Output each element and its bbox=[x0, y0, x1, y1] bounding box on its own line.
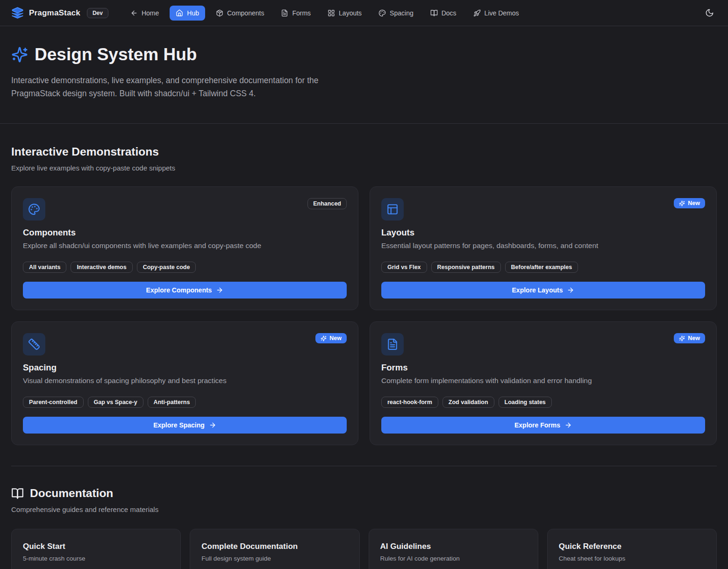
doc-card-subtitle: Rules for AI code generation bbox=[380, 555, 527, 562]
page-subtitle: Interactive demonstrations, live example… bbox=[11, 74, 361, 100]
explore-components-button[interactable]: Explore Components bbox=[23, 282, 347, 299]
file-text-icon bbox=[281, 9, 288, 17]
card-description: Essential layout patterns for pages, das… bbox=[381, 242, 705, 250]
doc-card-title: Complete Documentation bbox=[201, 542, 348, 551]
tag: Loading states bbox=[499, 397, 552, 408]
tag: Before/after examples bbox=[505, 262, 578, 273]
file-text-icon bbox=[381, 333, 404, 356]
tag: Copy-paste code bbox=[137, 262, 196, 273]
layout-grid-icon bbox=[328, 9, 335, 17]
demos-heading: Interactive Demonstrations bbox=[11, 145, 717, 158]
book-open-icon bbox=[11, 487, 24, 500]
nav-item-components[interactable]: Components bbox=[210, 6, 270, 21]
status-badge: Enhanced bbox=[307, 198, 347, 209]
demo-card-spacing: New Spacing Visual demonstrations of spa… bbox=[11, 321, 358, 445]
card-title: Spacing bbox=[23, 363, 347, 373]
demo-card-forms: New Forms Complete form implementations … bbox=[370, 321, 717, 445]
arrow-left-icon bbox=[130, 9, 138, 17]
house-icon bbox=[176, 9, 183, 17]
doc-card-title: AI Guidelines bbox=[380, 542, 527, 551]
nav-item-home[interactable]: Home bbox=[124, 6, 165, 21]
rocket-icon bbox=[473, 9, 481, 17]
nav-item-spacing[interactable]: Spacing bbox=[372, 6, 420, 21]
nav-menu: Home Hub Components Forms Layouts Spacin… bbox=[124, 6, 525, 21]
tag: All variants bbox=[23, 262, 66, 273]
tag: Parent-controlled bbox=[23, 397, 84, 408]
tag-list: Parent-controlled Gap vs Space-y Anti-pa… bbox=[23, 397, 347, 408]
sparkles-icon bbox=[679, 200, 685, 206]
doc-card-grid: Quick Start 5-minute crash course Comple… bbox=[11, 529, 717, 569]
nav-item-hub[interactable]: Hub bbox=[170, 6, 205, 21]
doc-card-title: Quick Start bbox=[23, 542, 169, 551]
tag: Zod validation bbox=[443, 397, 494, 408]
sparkles-icon bbox=[321, 335, 327, 341]
ruler-icon bbox=[23, 333, 45, 356]
card-description: Complete form implementations with valid… bbox=[381, 377, 705, 385]
tag: Interactive demos bbox=[71, 262, 132, 273]
card-description: Visual demonstrations of spacing philoso… bbox=[23, 377, 347, 385]
panels-top-left-icon bbox=[381, 198, 404, 220]
nav-item-docs[interactable]: Docs bbox=[424, 6, 463, 21]
doc-card-subtitle: Cheat sheet for lookups bbox=[559, 555, 705, 562]
new-badge: New bbox=[315, 333, 347, 343]
new-badge: New bbox=[674, 198, 705, 208]
moon-icon bbox=[705, 8, 714, 17]
demos-section: Interactive Demonstrations Explore live … bbox=[11, 124, 717, 445]
explore-layouts-button[interactable]: Explore Layouts bbox=[381, 282, 705, 299]
nav-item-layouts[interactable]: Layouts bbox=[321, 6, 368, 21]
nav-item-live-demos[interactable]: Live Demos bbox=[467, 6, 525, 21]
arrow-right-icon bbox=[209, 421, 216, 429]
tag: Responsive patterns bbox=[431, 262, 501, 273]
theme-toggle-button[interactable] bbox=[702, 6, 717, 20]
explore-forms-button[interactable]: Explore Forms bbox=[381, 417, 705, 434]
demo-card-components: Enhanced Components Explore all shadcn/u… bbox=[11, 186, 358, 310]
demo-card-grid: Enhanced Components Explore all shadcn/u… bbox=[11, 186, 717, 445]
demos-subheading: Explore live examples with copy-paste co… bbox=[11, 164, 717, 172]
nav-item-forms[interactable]: Forms bbox=[275, 6, 317, 21]
brand: PragmaStack Dev bbox=[11, 7, 108, 19]
doc-card-subtitle: Full design system guide bbox=[201, 555, 348, 562]
package-icon bbox=[216, 9, 223, 17]
tag: Grid vs Flex bbox=[381, 262, 427, 273]
page-title-row: Design System Hub bbox=[11, 45, 717, 64]
palette-icon bbox=[23, 198, 45, 220]
tag: react-hook-form bbox=[381, 397, 438, 408]
arrow-right-icon bbox=[564, 421, 572, 429]
demo-card-layouts: New Layouts Essential layout patterns fo… bbox=[370, 186, 717, 310]
tag: Gap vs Space-y bbox=[88, 397, 143, 408]
docs-section: Documentation Comprehensive guides and r… bbox=[11, 466, 717, 569]
arrow-right-icon bbox=[216, 286, 223, 294]
layers-icon bbox=[11, 7, 24, 19]
doc-card-title: Quick Reference bbox=[559, 542, 705, 551]
card-title: Components bbox=[23, 228, 347, 238]
tag-list: Grid vs Flex Responsive patterns Before/… bbox=[381, 262, 705, 273]
dev-badge: Dev bbox=[87, 8, 108, 18]
navbar: PragmaStack Dev Home Hub Components Form… bbox=[0, 0, 728, 26]
book-open-icon bbox=[430, 9, 438, 17]
docs-subheading: Comprehensive guides and reference mater… bbox=[11, 505, 717, 513]
doc-card-quick-start[interactable]: Quick Start 5-minute crash course bbox=[11, 529, 181, 569]
sparkles-icon bbox=[679, 335, 685, 341]
doc-card-complete-documentation[interactable]: Complete Documentation Full design syste… bbox=[190, 529, 359, 569]
palette-icon bbox=[378, 9, 386, 17]
card-description: Explore all shadcn/ui components with li… bbox=[23, 242, 347, 250]
card-title: Layouts bbox=[381, 228, 705, 238]
hero-section: Design System Hub Interactive demonstrat… bbox=[0, 26, 728, 124]
doc-card-subtitle: 5-minute crash course bbox=[23, 555, 169, 562]
tag: Anti-patterns bbox=[148, 397, 196, 408]
tag-list: All variants Interactive demos Copy-past… bbox=[23, 262, 347, 273]
new-badge: New bbox=[674, 333, 705, 343]
sparkles-icon bbox=[11, 46, 28, 63]
doc-card-ai-guidelines[interactable]: AI Guidelines Rules for AI code generati… bbox=[369, 529, 538, 569]
doc-card-quick-reference[interactable]: Quick Reference Cheat sheet for lookups bbox=[547, 529, 717, 569]
brand-name: PragmaStack bbox=[29, 8, 80, 18]
card-title: Forms bbox=[381, 363, 705, 373]
explore-spacing-button[interactable]: Explore Spacing bbox=[23, 417, 347, 434]
page-title: Design System Hub bbox=[35, 45, 197, 64]
tag-list: react-hook-form Zod validation Loading s… bbox=[381, 397, 705, 408]
arrow-right-icon bbox=[567, 286, 574, 294]
docs-heading: Documentation bbox=[30, 487, 113, 500]
